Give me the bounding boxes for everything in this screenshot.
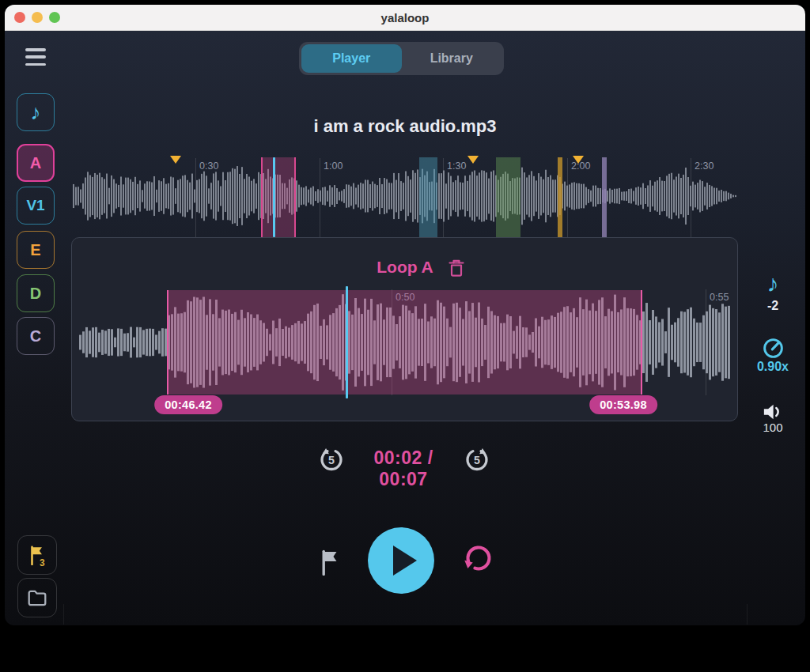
- d-region[interactable]: [496, 157, 520, 237]
- v1-region[interactable]: [419, 157, 437, 237]
- hamburger-icon: [25, 55, 46, 59]
- folder-icon: [27, 589, 47, 606]
- flag-marker-icon[interactable]: [467, 156, 479, 164]
- speed-gauge-icon[interactable]: [762, 337, 785, 360]
- close-window-button[interactable]: [14, 12, 25, 23]
- loop-panel-title: Loop A: [0, 258, 810, 277]
- titlebar: yalaloop: [5, 5, 805, 31]
- song-filename: i am a rock audio.mp3: [0, 116, 810, 137]
- footer-divider: [63, 604, 64, 625]
- tab-library[interactable]: Library: [402, 44, 502, 73]
- svg-text:5: 5: [474, 454, 480, 466]
- sidebar-item-c[interactable]: C: [17, 317, 55, 355]
- volume-value: 100: [741, 421, 804, 434]
- speed-value: 0.90x: [741, 360, 804, 374]
- c-region[interactable]: [602, 157, 607, 237]
- loop-playhead[interactable]: [346, 286, 348, 398]
- zoom-window-button[interactable]: [49, 12, 60, 23]
- loop-end-time-badge[interactable]: 00:53.98: [589, 395, 657, 414]
- loop-time-display: 00:02 / 00:07: [348, 447, 459, 490]
- delete-loop-trash-icon[interactable]: [448, 259, 465, 277]
- pitch-value: -2: [741, 299, 804, 313]
- window-title: yalaloop: [381, 11, 430, 25]
- loop-start-time-badge[interactable]: 00:46.42: [154, 395, 222, 414]
- add-flag-button[interactable]: [320, 549, 340, 576]
- flag-marker-icon[interactable]: [573, 156, 584, 164]
- e-region[interactable]: [558, 157, 562, 237]
- sidebar-item-loop-a[interactable]: A: [17, 144, 55, 182]
- overview-playhead[interactable]: [273, 157, 275, 237]
- traffic-lights: [14, 12, 60, 23]
- svg-text:5: 5: [328, 454, 335, 466]
- pitch-icon[interactable]: ♪: [741, 272, 804, 296]
- tab-player[interactable]: Player: [301, 44, 402, 73]
- flags-list-button[interactable]: [17, 535, 57, 575]
- flag-count-badge: 3: [40, 557, 45, 568]
- hamburger-icon: [25, 63, 46, 66]
- view-switcher: Player Library: [299, 42, 504, 75]
- sidebar-item-v1[interactable]: V1: [17, 187, 55, 225]
- play-button[interactable]: [368, 527, 434, 594]
- loop-repeat-button[interactable]: [464, 542, 494, 574]
- skip-forward-5-button[interactable]: 5: [463, 444, 491, 473]
- loop-region[interactable]: [167, 290, 642, 395]
- hamburger-icon: [25, 48, 46, 51]
- open-file-button[interactable]: [17, 578, 57, 617]
- skip-back-5-button[interactable]: 5: [317, 444, 346, 473]
- app-stage: yalaloop Player Library ♪AV1EDC i am a r…: [0, 0, 810, 672]
- flag-marker-icon[interactable]: [170, 156, 181, 164]
- menu-button[interactable]: [25, 48, 46, 66]
- play-icon: [393, 546, 417, 576]
- footer-divider: [747, 604, 748, 625]
- loop-a-region[interactable]: [261, 157, 296, 237]
- volume-speaker-icon[interactable]: [761, 402, 785, 422]
- sidebar-item-d[interactable]: D: [17, 274, 55, 312]
- minimize-window-button[interactable]: [32, 12, 43, 23]
